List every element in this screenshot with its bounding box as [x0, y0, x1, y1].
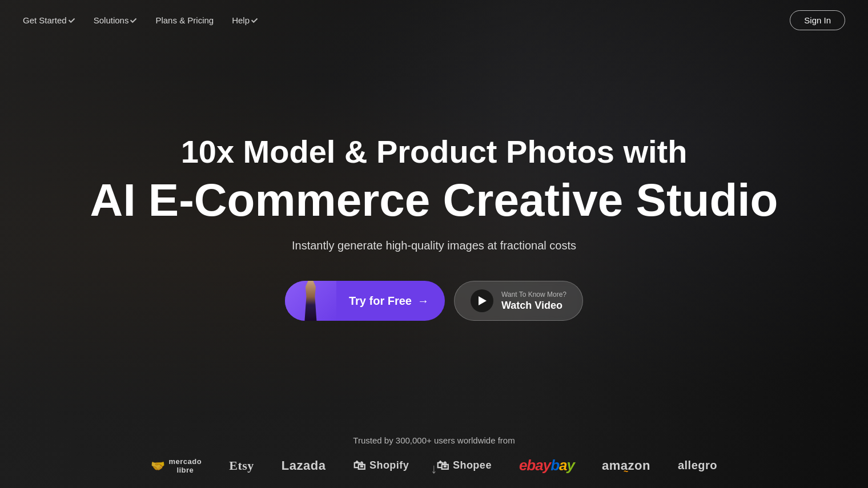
main-content: Get Started Solutions Plans & Pricing He… [0, 0, 868, 488]
allegro-label: allegro [678, 459, 717, 471]
shopify-label: Shopify [369, 459, 409, 471]
hero-title-line2: AI E-Commerce Creative Studio [90, 175, 778, 225]
watch-video-text: Want To Know More? Watch Video [501, 291, 566, 312]
brand-shopee: 🛍 Shopee [436, 458, 492, 473]
shopee-icon: 🛍 [436, 458, 449, 473]
lazada-label: Lazada [282, 458, 326, 473]
etsy-label: Etsy [229, 458, 254, 473]
try-for-free-button[interactable]: Try for Free → [285, 281, 445, 321]
watch-video-eyebrow: Want To Know More? [501, 291, 566, 299]
button-model-image [285, 281, 336, 321]
arrow-right-icon: → [417, 295, 429, 308]
cta-row: Try for Free → Want To Know More? Watch … [285, 281, 583, 321]
brand-mercadolibre: 🤝 mercadolibre [151, 457, 202, 474]
brand-lazada: Lazada [282, 458, 326, 473]
shopee-label: Shopee [453, 459, 492, 471]
mercadolibre-label: mercadolibre [169, 457, 202, 474]
scroll-down-icon: ↓ [431, 461, 437, 476]
brand-allegro: allegro [678, 459, 717, 472]
try-free-text: Try for Free [349, 295, 412, 308]
play-icon [471, 289, 493, 312]
watch-video-button[interactable]: Want To Know More? Watch Video [454, 281, 583, 321]
mercadolibre-icon: 🤝 [151, 459, 166, 473]
brand-etsy: Etsy [229, 458, 254, 473]
watch-video-label: Watch Video [501, 300, 562, 311]
try-free-label: Try for Free → [336, 295, 445, 308]
brand-ebay: ebaybay [519, 457, 574, 474]
scroll-indicator: ↓ [431, 461, 437, 477]
brand-shopify: 🛍 Shopify [353, 458, 409, 473]
hero-subtitle: Instantly generate high-quality images a… [292, 239, 576, 252]
amazon-label: amazon [602, 458, 650, 473]
ebay-label: ebay [519, 457, 550, 474]
hero-title-line1: 10x Model & Product Photos with [181, 132, 688, 171]
shopify-icon: 🛍 [353, 458, 366, 473]
hero-section: 10x Model & Product Photos with AI E-Com… [0, 18, 868, 435]
trusted-text: Trusted by 300,000+ users worldwide from [0, 435, 868, 445]
play-triangle-icon [479, 296, 487, 305]
brand-amazon: amazon [602, 458, 650, 473]
